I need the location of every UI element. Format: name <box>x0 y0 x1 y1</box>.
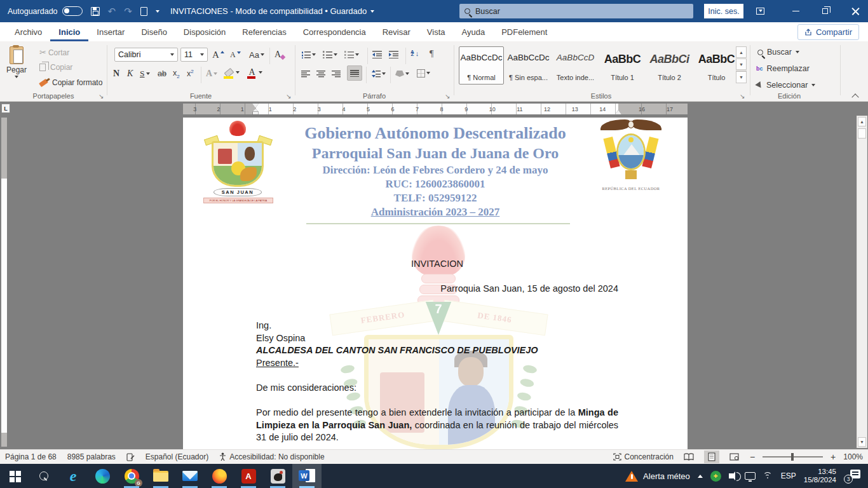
taskbar-search-button[interactable] <box>29 464 58 488</box>
style-normal[interactable]: AaBbCcDc ¶ Normal <box>459 46 504 85</box>
paragraph-dialog-launcher[interactable]: ↘ <box>445 93 450 100</box>
shrink-font-button[interactable]: A <box>230 48 241 62</box>
show-marks-button[interactable]: ¶ <box>430 47 433 61</box>
tab-diseno[interactable]: Diseño <box>133 24 175 41</box>
web-layout-button[interactable] <box>727 451 742 463</box>
styles-gallery-more-button[interactable]: ▼ <box>736 71 747 83</box>
display-icon[interactable] <box>745 472 756 480</box>
acrobat-button[interactable]: A <box>234 464 263 488</box>
scroll-down-button[interactable]: ▼ <box>858 437 866 447</box>
select-button[interactable]: Seleccionar <box>756 81 815 90</box>
decrease-indent-button[interactable] <box>372 48 382 62</box>
zoom-slider[interactable] <box>763 456 823 458</box>
customize-qat-chevron-icon[interactable] <box>156 10 159 13</box>
styles-scroll-down-button[interactable]: ▼ <box>736 58 747 70</box>
restore-button[interactable] <box>812 0 837 22</box>
borders-button[interactable] <box>417 66 430 80</box>
tab-vista[interactable]: Vista <box>419 24 454 41</box>
increase-indent-button[interactable] <box>389 48 398 62</box>
format-painter-button[interactable]: Copiar formato <box>39 78 102 87</box>
grow-font-button[interactable]: A <box>212 48 224 62</box>
paste-chevron-icon[interactable] <box>15 76 18 78</box>
redo-icon[interactable]: ↷ <box>124 6 132 16</box>
horizontal-ruler[interactable]: 321 1234567891011121314 1617 <box>183 104 688 114</box>
scrollbar-thumb[interactable] <box>858 128 866 139</box>
styles-dialog-launcher[interactable]: ↘ <box>740 93 745 100</box>
sign-in-button[interactable]: Inic. ses. <box>704 4 743 18</box>
sort-button[interactable]: AZ↓ <box>410 46 419 60</box>
minimize-button[interactable] <box>783 0 808 22</box>
align-right-button[interactable] <box>332 67 341 81</box>
zoom-out-button[interactable]: − <box>750 452 755 462</box>
proofing-status[interactable] <box>126 453 135 461</box>
shading-button[interactable] <box>395 67 409 81</box>
vertical-scrollbar[interactable]: ▲ ▼ <box>857 116 867 448</box>
internet-explorer-button[interactable]: e <box>58 464 88 488</box>
subscript-button[interactable]: x2 <box>173 67 180 81</box>
ribbon-display-options-button[interactable] <box>747 0 773 22</box>
copy-button[interactable]: Copiar <box>39 63 72 72</box>
cut-button[interactable]: ✂Cortar <box>39 48 69 57</box>
strikethrough-button[interactable]: ab <box>158 67 166 81</box>
hanging-indent-marker[interactable] <box>252 109 259 114</box>
keyboard-language[interactable]: ESP <box>781 471 796 480</box>
bold-button[interactable]: N <box>113 67 119 81</box>
zoom-in-button[interactable]: + <box>831 452 836 462</box>
search-input[interactable] <box>475 7 666 16</box>
undo-icon[interactable]: ↶ <box>108 6 116 16</box>
paste-button[interactable]: Pegar <box>6 46 27 78</box>
edge-button[interactable] <box>88 464 117 488</box>
autosave-switch-icon[interactable] <box>62 6 83 16</box>
right-indent-marker[interactable] <box>615 110 621 114</box>
weather-alert-widget[interactable]: Alerta méteo <box>625 471 690 482</box>
volume-icon[interactable] <box>729 473 733 478</box>
clock-widget[interactable]: 13:45 15/8/2024 <box>804 468 836 485</box>
collapse-ribbon-button[interactable] <box>853 93 859 98</box>
mail-button[interactable] <box>175 464 205 488</box>
word-count[interactable]: 8985 palabras <box>67 452 116 461</box>
share-button[interactable]: Compartir <box>797 24 859 40</box>
text-effects-button[interactable]: A <box>206 67 217 81</box>
close-button[interactable] <box>843 0 868 22</box>
underline-button[interactable]: S <box>140 67 150 81</box>
find-button[interactable]: Buscar <box>757 48 799 57</box>
tab-stop-selector[interactable]: L <box>1 104 10 113</box>
word-button[interactable]: W <box>292 464 322 488</box>
tab-insertar[interactable]: Insertar <box>88 24 133 41</box>
change-case-button[interactable]: Aa <box>249 48 264 62</box>
notification-center-button[interactable]: 3 <box>844 470 860 482</box>
justify-button[interactable] <box>347 65 362 81</box>
bullet-list-button[interactable] <box>301 48 316 62</box>
style-sin-espaciado[interactable]: AaBbCcDc ¶ Sin espa... <box>506 46 551 85</box>
save-status-chevron-icon[interactable] <box>370 10 374 13</box>
align-left-button[interactable] <box>301 67 310 81</box>
tab-revisar[interactable]: Revisar <box>374 24 419 41</box>
media-app-button[interactable] <box>263 464 292 488</box>
chrome-button[interactable]: G <box>117 464 146 488</box>
superscript-button[interactable]: x2 <box>187 67 194 81</box>
tab-referencias[interactable]: Referencias <box>234 24 294 41</box>
line-spacing-button[interactable] <box>371 67 386 81</box>
font-color-button[interactable]: A <box>247 65 262 79</box>
print-layout-button[interactable] <box>704 451 719 463</box>
tab-inicio[interactable]: Inicio <box>50 24 88 41</box>
replace-button[interactable]: bc Reemplazar <box>756 64 810 73</box>
tab-archivo[interactable]: Archivo <box>6 24 50 41</box>
document-page[interactable]: FEBRERO DE 1846 7 <box>183 118 688 449</box>
tab-ayuda[interactable]: Ayuda <box>453 24 493 41</box>
styles-scroll-up-button[interactable]: ▲ <box>736 46 747 58</box>
clear-formatting-button[interactable]: A <box>275 48 285 62</box>
italic-button[interactable]: K <box>127 67 133 81</box>
first-line-indent-marker[interactable] <box>252 104 259 108</box>
wifi-icon[interactable] <box>763 472 773 480</box>
language-indicator[interactable]: Español (Ecuador) <box>146 452 208 461</box>
font-dialog-launcher[interactable]: ↘ <box>286 93 291 100</box>
focus-mode-button[interactable]: Concentración <box>613 452 674 461</box>
style-texto-independiente[interactable]: AaBbCcD Texto inde... <box>553 46 598 85</box>
style-titulo[interactable]: AaBbC Título <box>694 46 739 85</box>
zoom-level[interactable]: 100% <box>843 452 863 461</box>
read-mode-button[interactable] <box>681 451 696 463</box>
tab-correspondencia[interactable]: Correspondencia <box>295 24 374 41</box>
numbered-list-button[interactable] <box>323 48 337 62</box>
tray-expand-chevron-icon[interactable] <box>698 475 703 478</box>
